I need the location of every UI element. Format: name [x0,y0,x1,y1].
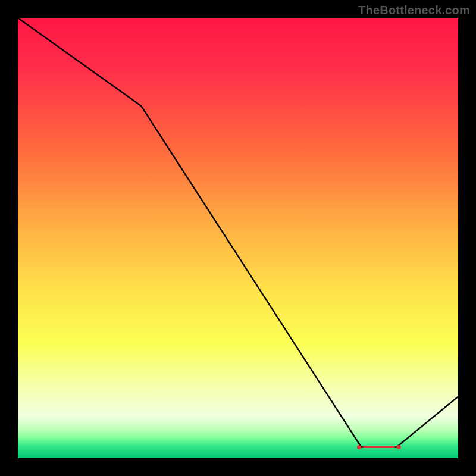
marker-endpoint [397,445,401,449]
marker-endpoint [357,445,361,449]
chart-stage: TheBottleneck.com [0,0,476,476]
watermark-text: TheBottleneck.com [358,4,470,17]
chart-svg [18,18,458,458]
gradient-background [18,18,458,458]
plot-area [18,18,458,458]
